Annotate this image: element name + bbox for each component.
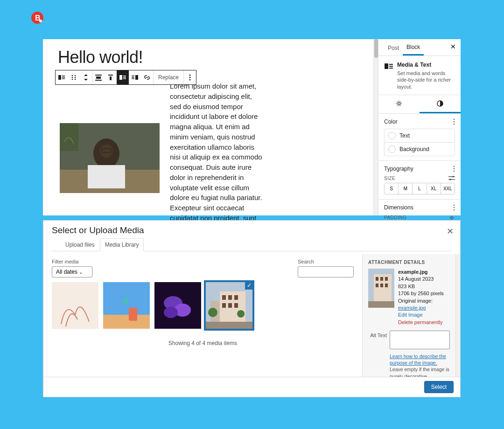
size-label: SIZE [384, 176, 395, 181]
delete-permanently-link[interactable]: Delete permanently [398, 319, 450, 326]
post-title[interactable]: Hello world! [58, 48, 369, 67]
media-thumb-1[interactable] [52, 282, 98, 329]
media-image[interactable] [60, 123, 160, 193]
svg-rect-71 [234, 303, 238, 308]
size-xxl[interactable]: XXL [441, 183, 455, 194]
svg-point-43 [454, 121, 455, 122]
svg-point-28 [189, 79, 191, 81]
svg-point-26 [189, 75, 191, 76]
media-thumb-4[interactable] [206, 282, 252, 329]
tab-media-library[interactable]: Media Library [100, 238, 144, 251]
settings-tab-icon[interactable] [378, 95, 420, 113]
alt-text-label: Alt Text [368, 331, 387, 338]
chevron-down-icon: ⌄ [79, 270, 83, 275]
bg-color-button[interactable]: Background [384, 142, 455, 156]
media-thumb-2[interactable] [103, 282, 150, 329]
padding-label: PADDING [384, 215, 406, 220]
alt-text-input[interactable] [390, 331, 450, 349]
svg-rect-5 [62, 77, 65, 78]
svg-point-49 [452, 176, 454, 178]
size-m[interactable]: M [399, 183, 413, 194]
editor-canvas[interactable]: Hello world! Replace [43, 39, 373, 215]
svg-point-54 [454, 209, 455, 210]
svg-point-12 [75, 79, 76, 80]
original-image-link[interactable]: example.jpg [398, 305, 426, 311]
move-updown-icon[interactable] [80, 70, 92, 84]
alt-help-link[interactable]: Learn how to describe the purpose of the… [390, 353, 446, 366]
svg-rect-3 [58, 75, 61, 80]
brand-logo: B [31, 11, 44, 24]
modal-title: Select or Upload Media [52, 225, 452, 235]
tab-upload-files[interactable]: Upload files [60, 238, 100, 251]
svg-rect-37 [389, 64, 393, 65]
typography-menu-icon[interactable] [453, 166, 455, 172]
close-modal-icon[interactable]: ✕ [447, 226, 454, 236]
media-right-button[interactable] [129, 70, 141, 84]
replace-button[interactable]: Replace [154, 70, 183, 84]
search-input[interactable] [298, 266, 354, 277]
svg-rect-34 [88, 165, 125, 188]
size-xl[interactable]: XL [427, 183, 441, 194]
svg-rect-58 [103, 315, 150, 329]
svg-point-44 [454, 124, 455, 125]
size-l[interactable]: L [413, 183, 427, 194]
svg-rect-17 [110, 76, 112, 80]
svg-point-46 [454, 168, 455, 169]
svg-rect-66 [222, 295, 226, 300]
date-filter-select[interactable]: All dates ⌄ [52, 266, 92, 277]
svg-rect-38 [389, 66, 393, 67]
block-toolbar: Replace [55, 70, 196, 85]
attachment-sidebar: ATTACHMENT DETAILS example.jpg 14 August… [362, 254, 455, 377]
svg-point-8 [75, 75, 76, 76]
svg-rect-83 [385, 284, 388, 287]
close-inspector-icon[interactable]: ✕ [450, 43, 456, 50]
dimensions-menu-icon[interactable] [453, 204, 455, 211]
svg-point-45 [454, 166, 455, 167]
size-segmented-control: S M L XL XXL [384, 183, 455, 194]
svg-point-63 [164, 307, 178, 318]
block-type-icon[interactable] [56, 70, 68, 84]
svg-rect-24 [132, 77, 134, 78]
edit-image-link[interactable]: Edit Image [398, 311, 450, 318]
attachment-date: 14 August 2023 [398, 276, 450, 283]
svg-point-73 [208, 308, 217, 317]
select-button[interactable]: Select [424, 381, 454, 393]
svg-rect-59 [129, 308, 137, 321]
svg-rect-56 [52, 282, 98, 329]
drag-handle-icon[interactable] [68, 70, 80, 84]
svg-point-51 [449, 179, 451, 180]
svg-rect-13 [95, 75, 102, 76]
scrollbar[interactable] [373, 39, 378, 215]
size-settings-icon[interactable] [448, 176, 455, 180]
media-text-block[interactable]: Lorem ipsum dolor sit amet, consectetur … [60, 123, 369, 233]
tab-post[interactable]: Post [384, 39, 403, 55]
svg-point-47 [454, 171, 455, 172]
svg-point-40 [398, 102, 400, 104]
vertical-align-button[interactable] [105, 70, 117, 84]
more-options-icon[interactable] [184, 70, 196, 84]
media-thumb-3[interactable] [154, 282, 201, 329]
size-s[interactable]: S [385, 183, 399, 194]
tab-block[interactable]: Block [403, 39, 424, 55]
svg-rect-35 [60, 123, 78, 151]
svg-rect-48 [448, 176, 455, 177]
attachment-filesize: 823 KB [398, 283, 450, 290]
bg-color-swatch [388, 145, 396, 153]
svg-rect-4 [62, 76, 65, 76]
svg-point-42 [454, 119, 455, 120]
text-color-button[interactable]: Text [384, 129, 455, 143]
modal-scrollbar[interactable] [455, 254, 460, 377]
color-menu-icon[interactable] [453, 118, 455, 125]
svg-point-74 [237, 310, 245, 318]
media-count-text: Showing 4 of 4 media items [52, 340, 354, 346]
media-left-button[interactable] [117, 70, 129, 84]
block-card: Media & Text Set media and words side-by… [378, 56, 461, 95]
svg-point-27 [189, 77, 191, 78]
align-button[interactable] [92, 70, 105, 84]
typography-heading: Typography [384, 166, 455, 172]
paragraph-text[interactable]: Lorem ipsum dolor sit amet, consectetur … [170, 81, 263, 233]
svg-rect-20 [123, 77, 126, 78]
styles-tab-icon[interactable] [420, 95, 461, 113]
svg-rect-21 [123, 78, 126, 79]
link-button[interactable] [141, 70, 153, 84]
